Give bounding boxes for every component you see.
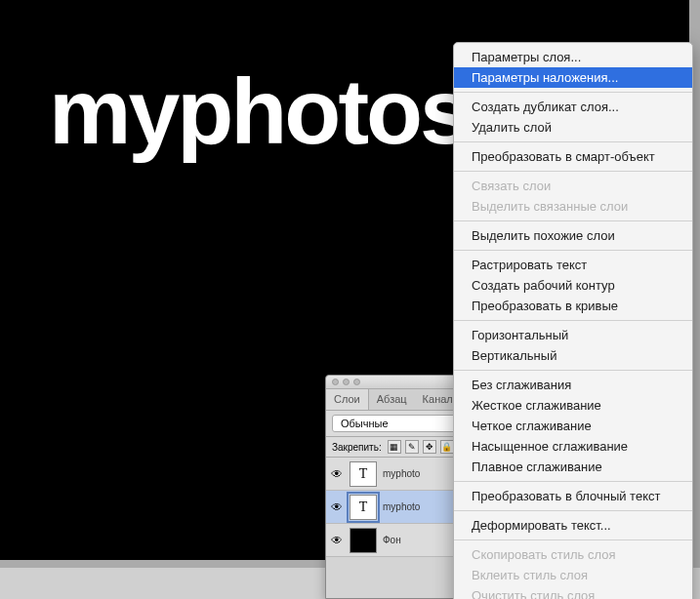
layer-name-label[interactable]: Фон [383,535,401,545]
lock-transparent-icon[interactable]: ▦ [388,440,401,454]
menu-separator [454,220,692,221]
lock-all-icon[interactable]: 🔒 [440,440,454,454]
menu-item[interactable]: Четкое сглаживание [454,416,692,436]
visibility-eye-icon[interactable]: 👁 [330,500,344,514]
visibility-eye-icon[interactable]: 👁 [330,467,344,481]
menu-separator [454,92,692,93]
menu-item: Очистить стиль слоя [454,585,692,599]
window-zoom-icon[interactable] [353,379,360,385]
menu-item[interactable]: Преобразовать в кривые [454,296,692,316]
menu-item[interactable]: Создать дубликат слоя... [454,97,692,117]
layer-thumbnail[interactable]: T [350,495,377,520]
lock-paint-icon[interactable]: ✎ [405,440,419,454]
menu-separator [454,370,692,371]
visibility-eye-icon[interactable]: 👁 [330,534,344,547]
menu-separator [454,141,692,142]
menu-item[interactable]: Горизонтальный [454,325,692,345]
menu-item[interactable]: Без сглаживания [454,375,692,395]
menu-separator [454,250,692,251]
lock-label: Закрепить: [332,442,382,453]
menu-separator [454,320,692,321]
menu-item[interactable]: Плавное сглаживание [454,457,692,477]
window-min-icon[interactable] [343,379,350,385]
menu-item[interactable]: Растрировать текст [454,255,692,275]
menu-item[interactable]: Параметры слоя... [454,47,692,67]
menu-separator [454,481,692,482]
tab-paragraph[interactable]: Абзац [369,389,415,410]
menu-item[interactable]: Преобразовать в блочный текст [454,486,692,506]
menu-item[interactable]: Выделить похожие слои [454,225,692,246]
lock-move-icon[interactable]: ✥ [423,440,436,454]
menu-item[interactable]: Насыщенное сглаживание [454,436,692,457]
menu-item[interactable]: Жесткое сглаживание [454,395,692,416]
menu-item[interactable]: Создать рабочий контур [454,275,692,296]
window-close-icon[interactable] [332,379,339,385]
canvas-text-layer[interactable]: myphotosh [49,59,522,165]
menu-separator [454,171,692,172]
layer-context-menu: Параметры слоя...Параметры наложения...С… [453,42,693,599]
menu-item[interactable]: Удалить слой [454,117,692,138]
menu-separator [454,539,692,540]
layer-name-label[interactable]: myphoto [383,501,420,512]
lock-icons-group: ▦ ✎ ✥ 🔒 [388,440,454,454]
menu-item: Связать слои [454,176,692,196]
menu-item: Выделить связанные слои [454,196,692,217]
layer-name-label[interactable]: myphoto [383,468,420,479]
menu-item[interactable]: Деформировать текст... [454,515,692,536]
menu-item[interactable]: Преобразовать в смарт-объект [454,146,692,167]
menu-item: Вклеить стиль слоя [454,565,692,585]
menu-item: Скопировать стиль слоя [454,544,692,565]
menu-item[interactable]: Вертикальный [454,345,692,366]
menu-item[interactable]: Параметры наложения... [454,67,692,88]
menu-separator [454,510,692,511]
layer-thumbnail[interactable] [350,528,377,553]
layer-thumbnail[interactable]: T [350,461,377,487]
tab-layers[interactable]: Слои [326,389,369,410]
